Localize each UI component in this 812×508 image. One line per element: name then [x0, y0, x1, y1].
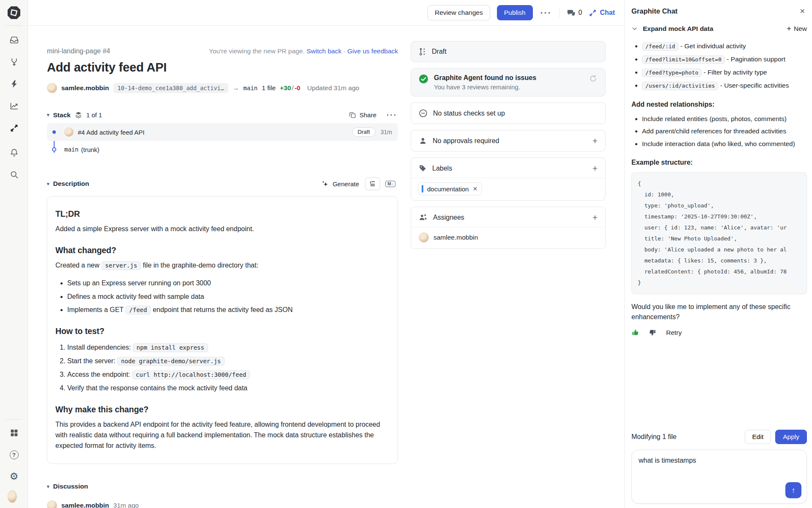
sparkle-icon	[321, 180, 329, 188]
switch-back-link[interactable]: Switch back	[307, 47, 342, 55]
rail-divider-bottom	[5, 419, 22, 420]
feedback-row: Retry	[631, 329, 807, 337]
person-icon	[419, 137, 427, 145]
help-glyph: ?	[10, 450, 19, 459]
chat-input-value[interactable]: what is timestamps	[639, 457, 800, 464]
commenter-name[interactable]: samlee.mobbin	[61, 502, 109, 508]
author-name[interactable]: samlee.mobbin	[61, 84, 109, 92]
rich-text-view-button[interactable]	[365, 177, 380, 190]
list-item: Include interaction data (who liked, who…	[642, 138, 807, 150]
search-icon[interactable]	[9, 170, 19, 179]
commenter-avatar	[47, 500, 57, 508]
edit-button[interactable]: Edit	[745, 430, 771, 444]
diff-slash: /	[292, 84, 294, 92]
comments-counter[interactable]: 0	[567, 8, 582, 17]
thumbs-up-icon[interactable]	[631, 329, 639, 337]
more-options-icon[interactable]: ···	[540, 10, 553, 16]
list-item: /feed?type=photo - Filter by activity ty…	[642, 66, 807, 78]
merge-icon[interactable]	[9, 57, 19, 66]
main-content: mini-landing-page #4 You're viewing the …	[28, 26, 624, 508]
list-item: Add parent/child references for threaded…	[642, 126, 807, 137]
thumbs-down-icon[interactable]	[648, 329, 656, 337]
remove-label-icon[interactable]: ✕	[472, 185, 477, 192]
agent-review-card: Graphite Agent found no issues You have …	[411, 68, 606, 97]
what-changed-intro: Created a new server.js file in the grap…	[55, 260, 390, 271]
chat-toggle-button[interactable]: Chat	[589, 9, 615, 17]
notice-text: You're viewing the new PR page.	[209, 47, 304, 55]
new-pr-page-notice: You're viewing the new PR page. Switch b…	[209, 47, 398, 55]
apply-button[interactable]: Apply	[775, 430, 807, 444]
list-item: /users/:id/activities - User-specific ac…	[642, 80, 807, 91]
list-item: Access the endpoint: curl http://localho…	[67, 369, 390, 380]
description-collapse-icon[interactable]: ▾	[47, 181, 49, 187]
markdown-view-button[interactable]: M↓	[383, 177, 398, 190]
stack-more-icon[interactable]: ···	[386, 113, 398, 117]
agent-reviews-remaining: You have 3 reviews remaining.	[434, 83, 583, 91]
inbox-icon[interactable]	[9, 35, 19, 44]
discussion-comment-row: samlee.mobbin 31m ago	[47, 500, 398, 508]
documentation-label-chip[interactable]: documentation ✕	[418, 182, 482, 195]
pr-column: mini-landing-page #4 You're viewing the …	[47, 26, 398, 508]
new-chat-button[interactable]: + New	[787, 25, 807, 33]
assignees-title: Assignees	[433, 214, 587, 221]
npm-install-chip: npm install express	[133, 343, 208, 352]
agent-result-title: Graphite Agent found no issues	[434, 74, 583, 82]
assignee-row[interactable]: samlee.mobbin	[411, 227, 605, 248]
retry-button[interactable]: Retry	[666, 329, 682, 337]
apps-grid-icon[interactable]	[9, 428, 19, 437]
chat-collapse-icon	[589, 9, 597, 17]
expand-mock-api-label: Expand mock API data	[643, 25, 787, 33]
share-button[interactable]: Share	[349, 111, 376, 119]
minus-circle-icon	[419, 109, 428, 118]
gear-glyph: ⚙	[10, 472, 19, 481]
deletions-count: -0	[294, 84, 300, 92]
review-changes-button[interactable]: Review changes	[428, 5, 490, 20]
graphite-logo-icon[interactable]	[7, 6, 21, 20]
bell-icon[interactable]	[9, 148, 19, 157]
discussion-collapse-icon[interactable]: ▾	[47, 484, 49, 489]
updated-timestamp: Updated 31m ago	[307, 84, 359, 92]
refresh-icon[interactable]	[589, 74, 598, 83]
labels-title: Labels	[432, 165, 587, 172]
status-checks-card: No status checks set up	[411, 102, 606, 124]
lightning-icon[interactable]	[9, 79, 19, 88]
people-icon	[419, 213, 428, 222]
stack-row-current[interactable]: #4 Add activity feed API Draft 31m	[47, 123, 398, 141]
additions-count: +30	[280, 84, 291, 92]
description-label: Description	[53, 180, 89, 188]
publish-button[interactable]: Publish	[497, 5, 533, 20]
generate-button[interactable]: Generate	[321, 180, 359, 188]
new-chat-label: New	[794, 25, 807, 33]
topbar-divider	[560, 7, 560, 18]
add-assignee-button[interactable]: +	[593, 213, 598, 222]
branch-name-chip[interactable]: 10-14-demo_cee1a380_add_activi…	[113, 83, 228, 93]
markdown-icon: M↓	[385, 181, 395, 187]
generate-label: Generate	[332, 180, 359, 188]
stack-row-trunk[interactable]: main (trunk)	[47, 141, 398, 158]
chart-icon[interactable]	[9, 101, 19, 110]
settings-gear-icon[interactable]: ⚙	[9, 472, 19, 481]
target-branch[interactable]: main	[243, 85, 258, 91]
stack-collapse-icon[interactable]: ▾	[47, 112, 49, 118]
list-item: Verify that the response contains the mo…	[67, 383, 390, 394]
chat-input-box[interactable]: what is timestamps ↑	[631, 450, 807, 504]
plus-icon: +	[787, 25, 791, 33]
expand-mock-api-row[interactable]: Expand mock API data + New	[631, 25, 807, 33]
tldr-heading: TL;DR	[55, 209, 390, 219]
add-reviewer-button[interactable]: +	[593, 136, 598, 145]
merge-queue-icon[interactable]	[9, 123, 19, 133]
add-label-button[interactable]: +	[593, 164, 598, 173]
help-icon[interactable]: ?	[9, 450, 19, 459]
user-avatar[interactable]	[8, 492, 17, 501]
curl-chip: curl http://localhost:3000/feed	[132, 370, 250, 379]
send-button[interactable]: ↑	[785, 482, 801, 498]
how-to-test-heading: How to test?	[55, 326, 390, 336]
stack-row-title[interactable]: #4 Add activity feed API	[78, 129, 145, 136]
breadcrumb[interactable]: mini-landing-page #4	[47, 47, 110, 55]
close-chat-icon[interactable]: ✕	[798, 6, 807, 16]
give-feedback-link[interactable]: Give us feedback	[347, 47, 398, 55]
files-changed[interactable]: 1 file	[262, 84, 276, 92]
notice-dot: ·	[343, 47, 346, 55]
stack-section-header: ▾ Stack 1 of 1 Share ···	[47, 111, 398, 119]
what-changed-heading: What changed?	[55, 246, 390, 255]
